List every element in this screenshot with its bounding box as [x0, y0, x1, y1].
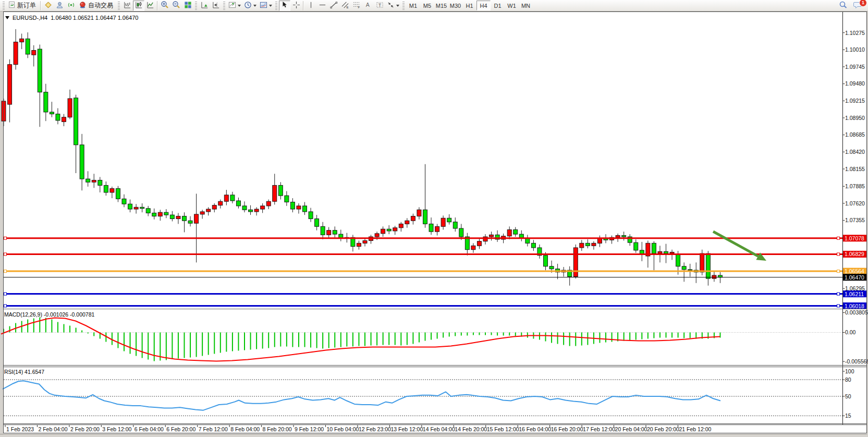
- candle-up: [158, 212, 162, 216]
- candle-down: [664, 251, 668, 253]
- text-button[interactable]: A: [362, 1, 374, 11]
- price-badge-label: 1.07078: [845, 235, 864, 241]
- new-order-button[interactable]: 新订单: [6, 1, 39, 11]
- candle-down: [315, 219, 319, 227]
- mt4-terminal: 新订单 自动交易: [0, 0, 868, 437]
- macd-tick-label: 0.00: [845, 329, 856, 335]
- hline-anchor[interactable]: [4, 270, 7, 273]
- candlestick-chart-button[interactable]: [133, 1, 144, 11]
- templates-button[interactable]: [258, 1, 274, 11]
- profile-button[interactable]: [54, 1, 65, 11]
- candle-up: [616, 236, 620, 238]
- hline-anchor[interactable]: [4, 293, 7, 295]
- candle-up: [363, 240, 367, 243]
- timeframe-d1[interactable]: D1: [491, 1, 505, 10]
- hline-anchor[interactable]: [837, 270, 840, 273]
- chevron-down-icon: [269, 5, 272, 7]
- candle-up: [357, 243, 361, 246]
- cursor-button[interactable]: [279, 1, 290, 11]
- zoom-out-icon: [172, 1, 180, 10]
- quotes-icon: [44, 1, 52, 10]
- search-button[interactable]: [837, 1, 849, 11]
- periods-button[interactable]: [242, 1, 258, 11]
- toolbar-separator: [40, 1, 41, 10]
- hline-anchor[interactable]: [4, 305, 7, 307]
- timeframe-m5[interactable]: M5: [420, 1, 434, 10]
- hline-anchor[interactable]: [4, 253, 7, 256]
- auto-trading-button[interactable]: 自动交易: [77, 1, 116, 11]
- candle-up: [471, 246, 475, 249]
- indicators-button[interactable]: [227, 1, 242, 11]
- vertical-line-button[interactable]: [305, 1, 316, 11]
- zoom-in-button[interactable]: [159, 1, 170, 11]
- timeframe-mn[interactable]: MN: [519, 1, 533, 10]
- line-chart-button[interactable]: [144, 1, 156, 11]
- candle-down: [514, 229, 518, 234]
- hline-anchor[interactable]: [837, 305, 840, 307]
- rsi-tick-label: 100: [845, 368, 854, 374]
- signal-button[interactable]: [65, 1, 77, 11]
- horizontal-line-button[interactable]: [316, 1, 328, 11]
- hline-anchor[interactable]: [4, 237, 7, 239]
- candle-up: [477, 241, 481, 246]
- toolbar-grip: [275, 2, 277, 10]
- time-tick-label: 17 Feb 12:00: [583, 426, 615, 432]
- timeframe-m1[interactable]: M1: [406, 1, 420, 10]
- timeframe-h4[interactable]: H4: [476, 1, 491, 10]
- auto-scroll-button[interactable]: [199, 1, 210, 11]
- time-tick-label: 8 Feb 20:00: [263, 426, 292, 432]
- candle-down: [303, 206, 307, 212]
- price-tick-label: 1.10010: [845, 46, 865, 53]
- candle-up: [266, 201, 271, 206]
- collapse-triangle-icon[interactable]: [5, 16, 9, 19]
- candle-down: [688, 270, 692, 270]
- hline-anchor[interactable]: [837, 293, 840, 295]
- toolbar-grip: [118, 2, 120, 10]
- time-tick-label: 12 Feb 23:00: [359, 426, 391, 432]
- timeframe-h1[interactable]: H1: [462, 1, 476, 10]
- price-tick-label: 1.08950: [845, 115, 865, 121]
- time-tick-label: 1 Feb 2023: [6, 426, 34, 432]
- svg-text:T: T: [378, 2, 381, 7]
- candle-down: [290, 202, 295, 209]
- notifications-button[interactable]: 1: [852, 1, 864, 11]
- candle-down: [152, 213, 156, 216]
- timeframe-m30[interactable]: M30: [448, 1, 462, 10]
- candle-down: [285, 196, 289, 202]
- candle-up: [327, 230, 331, 235]
- candle-down: [278, 185, 283, 196]
- candle-down: [652, 243, 656, 253]
- candle-down: [74, 98, 78, 145]
- zoom-out-button[interactable]: [170, 1, 182, 11]
- candle-down: [706, 253, 710, 278]
- candle-down: [682, 266, 686, 270]
- tile-windows-button[interactable]: [182, 1, 193, 11]
- new-order-icon: [8, 1, 16, 10]
- chart-shift-button[interactable]: [210, 1, 222, 11]
- timeframe-w1[interactable]: W1: [505, 1, 519, 10]
- candle-down: [309, 212, 313, 219]
- notification-badge: 1: [859, 0, 867, 7]
- candle-up: [381, 229, 385, 234]
- quotes-button[interactable]: [42, 1, 54, 11]
- macd-tick-label: -0.005569: [845, 358, 868, 365]
- auto-scroll-icon: [201, 1, 209, 10]
- arrows-button[interactable]: [385, 1, 401, 11]
- arrows-icon: [387, 1, 395, 10]
- candle-up: [670, 252, 674, 253]
- price-tick-label: 1.07355: [845, 217, 865, 223]
- trendline-button[interactable]: [328, 1, 339, 11]
- candle-up: [592, 243, 596, 246]
- text-label-button[interactable]: T: [374, 1, 385, 11]
- hline-anchor[interactable]: [837, 237, 840, 239]
- timeframe-m15[interactable]: M15: [434, 1, 448, 10]
- candle-down: [531, 243, 535, 248]
- candle-up: [224, 195, 228, 201]
- channel-button[interactable]: E: [339, 1, 351, 11]
- candle-up: [399, 224, 403, 227]
- crosshair-button[interactable]: [290, 1, 302, 11]
- fibonacci-button[interactable]: F: [351, 1, 362, 11]
- hline-anchor[interactable]: [837, 253, 840, 256]
- bar-chart-button[interactable]: [121, 1, 133, 11]
- candle-down: [164, 212, 168, 215]
